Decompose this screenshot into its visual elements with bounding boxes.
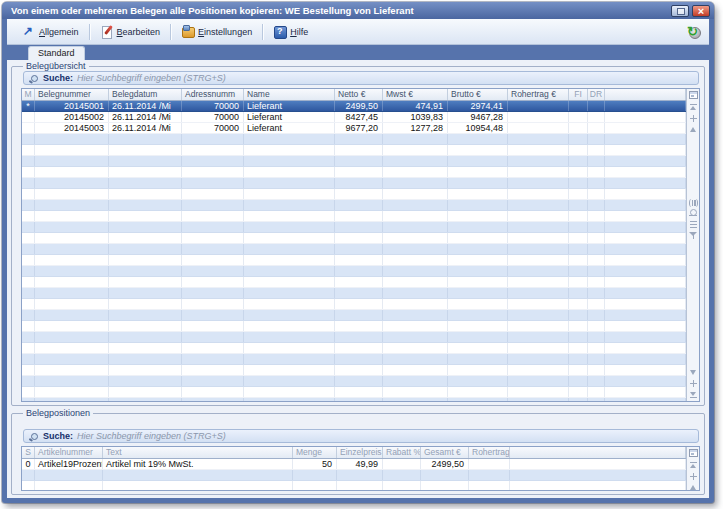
maximize-restore-button[interactable]: [671, 5, 689, 17]
table-cell: [588, 123, 605, 133]
previous-row-icon[interactable]: [688, 483, 699, 491]
tab-standard[interactable]: Standard: [28, 46, 85, 60]
table-cell: [109, 167, 182, 177]
table-cell: 10954,48: [448, 123, 508, 133]
table-cell: [22, 277, 35, 287]
menu-hilfe[interactable]: Hilfe: [265, 22, 316, 42]
beleg-table: MBelegnummerBelegdatumAdressnummNameNett…: [21, 88, 700, 402]
table-cell: [569, 387, 588, 397]
group-label-belegpositionen: Belegpositionen: [23, 409, 93, 417]
table-cell: [448, 134, 508, 144]
column-chooser-icon[interactable]: [689, 91, 698, 99]
column-header[interactable]: S: [22, 447, 35, 458]
column-header[interactable]: [510, 447, 686, 458]
column-header[interactable]: Name: [244, 89, 335, 100]
table-cell: [383, 310, 448, 320]
filter-icon[interactable]: [688, 231, 699, 240]
column-header[interactable]: Rohertrag €: [469, 447, 510, 458]
table-cell: [605, 189, 686, 199]
table-row: [22, 299, 686, 310]
table-row: [22, 244, 686, 255]
add-row-icon[interactable]: [688, 114, 699, 123]
table-cell: [510, 470, 686, 480]
table-cell: [448, 321, 508, 331]
column-header[interactable]: Rabatt %: [383, 447, 421, 458]
table-cell: [605, 145, 686, 155]
column-header[interactable]: Netto €: [335, 89, 383, 100]
table-cell: [383, 211, 448, 221]
table-row[interactable]: 0Artikel19ProzentArtikel mit 19% MwSt.50…: [22, 459, 686, 470]
search-input[interactable]: Suche: Hier Suchbegriff eingeben (STRG+S…: [23, 71, 699, 85]
table-cell: [35, 398, 109, 401]
column-header[interactable]: Artikelnummer: [35, 447, 103, 458]
table-cell: [182, 167, 244, 177]
menu-allgemein[interactable]: Allgemein: [14, 22, 87, 42]
table-cell: [448, 266, 508, 276]
table-cell: [109, 387, 182, 397]
search-label: Suche:: [43, 72, 73, 84]
table-cell: [335, 365, 383, 375]
table-cell: [588, 112, 605, 122]
column-header[interactable]: FI: [569, 89, 588, 100]
table-cell: [35, 481, 103, 490]
next-row-icon[interactable]: [688, 368, 699, 377]
column-header[interactable]: DR: [588, 89, 605, 100]
table-cell: [22, 470, 35, 480]
table-row: [22, 189, 686, 200]
column-header[interactable]: Mwst €: [383, 89, 448, 100]
column-header[interactable]: Gesamt €: [421, 447, 469, 458]
table-cell: [335, 156, 383, 166]
menu-bearbeiten[interactable]: Bearbeiten: [92, 22, 169, 42]
find-icon[interactable]: [688, 209, 699, 218]
column-header[interactable]: [605, 89, 686, 100]
refresh-icon[interactable]: [687, 25, 702, 39]
sum-rows-icon[interactable]: [688, 220, 699, 229]
go-first-row-icon[interactable]: [688, 103, 699, 112]
column-header[interactable]: Rohertrag €: [508, 89, 569, 100]
column-chooser-icon[interactable]: [689, 449, 698, 457]
close-button[interactable]: [692, 5, 710, 17]
go-last-row-icon[interactable]: [688, 390, 699, 399]
table-cell: [244, 145, 335, 155]
table-cell: [35, 233, 109, 243]
positions-search-input[interactable]: Suche: Hier Suchbegriff eingeben (STRG+S…: [23, 429, 699, 443]
table-cell: [35, 145, 109, 155]
positions-table: SArtikelnummerTextMengeEinzelpreis €Raba…: [21, 446, 700, 491]
column-header[interactable]: Text: [103, 447, 293, 458]
table-cell: [22, 145, 35, 155]
table-cell: [182, 255, 244, 265]
autosize-columns-icon[interactable]: [689, 199, 698, 207]
previous-row-icon[interactable]: [688, 125, 699, 134]
column-header[interactable]: M: [22, 89, 35, 100]
column-header[interactable]: Belegdatum: [109, 89, 182, 100]
table-cell: [569, 288, 588, 298]
menu-item-label: Einstellungen: [198, 27, 252, 37]
column-header[interactable]: Brutto €: [448, 89, 508, 100]
table-cell: [337, 481, 383, 490]
table-cell: 70000: [182, 123, 244, 133]
column-header[interactable]: Adressnumm: [182, 89, 244, 100]
table-cell: [588, 233, 605, 243]
table-row: [22, 222, 686, 233]
go-first-row-icon[interactable]: [688, 461, 699, 470]
append-row-icon[interactable]: [688, 379, 699, 388]
table-cell: [448, 376, 508, 386]
positions-table-main: SArtikelnummerTextMengeEinzelpreis €Raba…: [22, 447, 686, 490]
column-header[interactable]: Einzelpreis €: [337, 447, 383, 458]
table-row[interactable]: 2014500326.11.2014 /Mi70000Lieferant9677…: [22, 123, 686, 134]
table-row[interactable]: 2014500226.11.2014 /Mi70000Lieferant8427…: [22, 112, 686, 123]
table-cell: [605, 277, 686, 287]
table-cell: [22, 354, 35, 364]
table-cell: [383, 481, 421, 490]
titlebar[interactable]: Von einem oder mehreren Belegen alle Pos…: [2, 2, 714, 19]
column-header[interactable]: Menge: [293, 447, 337, 458]
table-cell: [22, 189, 35, 199]
table-cell: [22, 178, 35, 188]
column-header[interactable]: Belegnummer: [35, 89, 109, 100]
add-row-icon[interactable]: [688, 472, 699, 481]
table-cell: 0: [22, 459, 35, 469]
table-cell: [244, 288, 335, 298]
table-row[interactable]: *2014500126.11.2014 /Mi70000Lieferant249…: [22, 101, 686, 112]
menu-einstellungen[interactable]: Einstellungen: [173, 22, 260, 42]
table-cell: [569, 145, 588, 155]
